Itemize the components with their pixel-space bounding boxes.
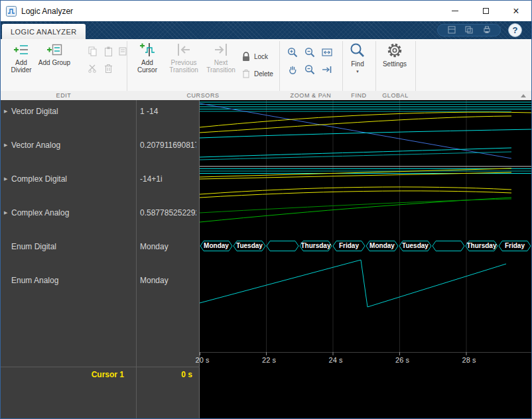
signal-row-enum-analog[interactable]: Enum Analog: [1, 274, 136, 286]
settings-button[interactable]: Settings: [376, 42, 413, 68]
signal-name: Vector Digital: [11, 107, 58, 116]
chevron-up-icon: [521, 94, 526, 97]
signal-name: Enum Digital: [11, 242, 56, 251]
title-bar: Logic Analyzer ×: [1, 1, 531, 21]
scissors-icon: [87, 63, 98, 74]
waveform-canvas[interactable]: [200, 100, 532, 419]
zoom-x-button[interactable]: [303, 46, 316, 59]
add-cursor-button[interactable]: Add Cursor: [131, 42, 164, 74]
section-label-zoom-pan: ZOOM & PAN: [279, 92, 342, 99]
analyzer-main: ▶ Vector Digital ▶ Vector Analog ▶ Compl…: [1, 100, 532, 419]
enum-segment-label: [266, 241, 299, 250]
enum-analog-trace: [200, 260, 506, 307]
duplicate-button[interactable]: [116, 44, 129, 58]
trash-icon: [241, 68, 251, 79]
previous-transition-icon: [176, 42, 192, 58]
add-divider-icon: [13, 42, 29, 58]
cut-button[interactable]: [86, 62, 99, 75]
next-transition-icon: [213, 42, 229, 58]
signal-value: -14+1i: [140, 173, 196, 185]
delete-signal-button[interactable]: [101, 62, 115, 75]
enum-segment-label: Monday: [200, 241, 233, 250]
zoom-to-range-button[interactable]: [320, 63, 334, 76]
enum-segment-label: Thursday: [299, 241, 332, 250]
time-tick-label: 20 s: [189, 356, 216, 364]
time-tick-label: 22 s: [256, 356, 283, 364]
minimize-button[interactable]: [440, 1, 470, 21]
enum-segment-label: Friday: [498, 241, 531, 250]
cursor-name: Cursor 1: [1, 370, 124, 379]
quick-access-toolbar: [437, 24, 501, 36]
close-button[interactable]: ×: [501, 1, 531, 21]
signal-row-enum-digital[interactable]: Enum Digital: [1, 241, 136, 253]
layout-icon[interactable]: [448, 25, 456, 36]
enum-segment-label: Friday: [332, 241, 366, 250]
zoom-out-button[interactable]: [303, 63, 316, 76]
cursor-row-divider: [1, 367, 200, 367]
time-tick-label: 28 s: [456, 356, 482, 364]
signal-row-complex-digital[interactable]: ▶ Complex Digital: [1, 173, 136, 185]
zoom-to-range-icon: [321, 64, 333, 76]
fit-to-view-button[interactable]: [320, 46, 334, 59]
time-tick-label: 24 s: [322, 356, 349, 364]
trash-icon: [103, 63, 114, 74]
previous-transition-button[interactable]: Previous Transition: [166, 42, 201, 74]
expander-icon[interactable]: ▶: [4, 176, 11, 182]
maximize-icon: [483, 8, 489, 14]
zoom-out-icon: [304, 64, 316, 76]
section-label-cursors: CURSORS: [127, 92, 279, 99]
signal-value: Monday: [140, 274, 196, 286]
add-group-icon: [46, 42, 62, 58]
lock-cursor-button[interactable]: Lock: [241, 51, 268, 62]
signal-row-vector-digital[interactable]: ▶ Vector Digital: [1, 105, 136, 117]
toolstrip: Add Divider Add Group: [1, 39, 531, 91]
find-icon: [349, 42, 366, 59]
paste-icon: [103, 46, 114, 57]
expander-icon[interactable]: ▶: [4, 210, 11, 215]
zoom-in-icon: [287, 46, 299, 58]
signal-names-panel: ▶ Vector Digital ▶ Vector Analog ▶ Compl…: [1, 100, 137, 419]
enum-segment-label: Tuesday: [399, 241, 432, 250]
signal-name: Enum Analog: [11, 276, 58, 285]
signal-row-complex-analog[interactable]: ▶ Complex Analog: [1, 207, 136, 219]
fit-to-view-icon: [321, 46, 333, 58]
complex-analog-traces: [200, 187, 511, 222]
section-label-find: FIND: [342, 92, 375, 99]
paste-button[interactable]: [101, 44, 115, 58]
lock-icon: [241, 51, 251, 62]
copy-button[interactable]: [86, 44, 99, 58]
gear-icon: [386, 42, 403, 59]
expander-icon[interactable]: ▶: [4, 109, 11, 114]
enum-segment-label: [432, 241, 465, 250]
time-tick-label: 26 s: [389, 356, 416, 364]
print-icon[interactable]: [483, 25, 491, 36]
signal-name: Complex Digital: [11, 174, 67, 184]
app-icon: [6, 6, 17, 17]
maximize-button[interactable]: [470, 1, 501, 21]
find-button[interactable]: Find ▼: [343, 42, 372, 76]
tab-logic-analyzer[interactable]: LOGIC ANALYZER: [2, 24, 86, 39]
zoom-in-time-button[interactable]: [286, 46, 299, 59]
add-group-button[interactable]: Add Group: [38, 42, 71, 66]
enum-segment-label: Thursday: [465, 241, 498, 250]
copy-icon: [87, 46, 98, 57]
section-label-global: GLOBAL: [375, 92, 415, 99]
signal-row-vector-analog[interactable]: ▶ Vector Analog: [1, 139, 136, 151]
vector-analog-traces: [200, 112, 532, 160]
signal-name: Vector Analog: [11, 141, 60, 150]
window-controls: ×: [440, 1, 531, 21]
pan-button[interactable]: [286, 63, 299, 76]
cursor-time-value[interactable]: 0 s: [137, 370, 192, 379]
collapse-toolstrip-button[interactable]: [519, 92, 527, 99]
copy-view-icon[interactable]: [465, 25, 473, 36]
toolstrip-section-labels: EDIT CURSORS ZOOM & PAN FIND GLOBAL: [1, 91, 531, 100]
minimize-icon: [452, 11, 458, 11]
enum-segment-label: Tuesday: [233, 241, 266, 250]
help-button[interactable]: ?: [508, 23, 522, 37]
ribbon-tab-bar: LOGIC ANALYZER ?: [1, 21, 531, 39]
signal-value: Monday: [140, 241, 196, 253]
expander-icon[interactable]: ▶: [4, 143, 11, 148]
add-divider-button[interactable]: Add Divider: [5, 42, 38, 74]
next-transition-button[interactable]: Next Transition: [204, 42, 238, 74]
delete-cursor-button[interactable]: Delete: [241, 68, 273, 79]
